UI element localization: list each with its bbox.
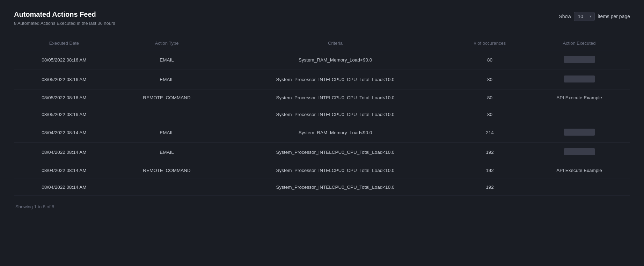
cell-action-executed <box>528 143 630 162</box>
showing-text: Showing 1 to 8 of 8 <box>15 204 54 209</box>
cell-executed-date: 08/04/2022 08:14 AM <box>14 143 114 162</box>
cell-action-type <box>114 179 219 196</box>
table-row: 08/04/2022 08:14 AMSystem_Processor_INTE… <box>14 179 630 196</box>
col-action-type: Action Type <box>114 36 219 50</box>
cell-executed-date: 08/05/2022 08:16 AM <box>14 70 114 89</box>
header-right: Show 10 25 50 100 items per page <box>559 12 630 21</box>
show-label: Show <box>559 14 571 19</box>
action-text: API Execute Example <box>556 168 602 173</box>
cell-occurrences: 192 <box>451 143 528 162</box>
table-header-row: Executed Date Action Type Criteria # of … <box>14 36 630 50</box>
cell-action-type: REMOTE_COMMAND <box>114 162 219 179</box>
per-page-select[interactable]: 10 25 50 100 <box>574 12 595 21</box>
cell-criteria: System_Processor_INTELCPU0_CPU_Total_Loa… <box>219 106 451 123</box>
cell-action-type: EMAIL <box>114 123 219 143</box>
cell-action-executed <box>528 123 630 143</box>
table-row: 08/05/2022 08:16 AMREMOTE_COMMANDSystem_… <box>14 89 630 106</box>
page-title: Automated Actions Feed <box>14 10 115 19</box>
cell-occurrences: 80 <box>451 70 528 89</box>
table-header: Executed Date Action Type Criteria # of … <box>14 36 630 50</box>
table-row: 08/04/2022 08:14 AMREMOTE_COMMANDSystem_… <box>14 162 630 179</box>
action-badge <box>564 129 595 136</box>
cell-criteria: System_RAM_Memory_Load<90.0 <box>219 123 451 143</box>
cell-executed-date: 08/04/2022 08:14 AM <box>14 123 114 143</box>
table-row: 08/05/2022 08:16 AMEMAILSystem_RAM_Memor… <box>14 50 630 70</box>
table-row: 08/05/2022 08:16 AMSystem_Processor_INTE… <box>14 106 630 123</box>
action-text: API Execute Example <box>556 95 602 100</box>
items-per-page-label: items per page <box>598 14 630 19</box>
cell-action-type: EMAIL <box>114 143 219 162</box>
action-badge <box>564 148 595 155</box>
table-row: 08/04/2022 08:14 AMEMAILSystem_RAM_Memor… <box>14 123 630 143</box>
cell-criteria: System_RAM_Memory_Load<90.0 <box>219 50 451 70</box>
cell-action-executed <box>528 50 630 70</box>
cell-occurrences: 80 <box>451 50 528 70</box>
cell-occurrences: 80 <box>451 89 528 106</box>
cell-action-executed: API Execute Example <box>528 162 630 179</box>
cell-criteria: System_Processor_INTELCPU0_CPU_Total_Loa… <box>219 162 451 179</box>
table-footer: Showing 1 to 8 of 8 <box>14 204 630 209</box>
cell-occurrences: 192 <box>451 179 528 196</box>
cell-criteria: System_Processor_INTELCPU0_CPU_Total_Loa… <box>219 70 451 89</box>
col-criteria: Criteria <box>219 36 451 50</box>
col-executed-date: Executed Date <box>14 36 114 50</box>
main-container: Automated Actions Feed 8 Automated Actio… <box>0 0 644 216</box>
table-row: 08/05/2022 08:16 AMEMAILSystem_Processor… <box>14 70 630 89</box>
cell-action-type <box>114 106 219 123</box>
page-subtitle: 8 Automated Actions Executed in the last… <box>14 21 115 26</box>
cell-action-executed: API Execute Example <box>528 89 630 106</box>
cell-occurrences: 80 <box>451 106 528 123</box>
cell-criteria: System_Processor_INTELCPU0_CPU_Total_Loa… <box>219 89 451 106</box>
header-left: Automated Actions Feed 8 Automated Actio… <box>14 10 115 26</box>
cell-occurrences: 192 <box>451 162 528 179</box>
cell-action-type: EMAIL <box>114 70 219 89</box>
cell-executed-date: 08/04/2022 08:14 AM <box>14 162 114 179</box>
cell-executed-date: 08/05/2022 08:16 AM <box>14 89 114 106</box>
cell-action-type: REMOTE_COMMAND <box>114 89 219 106</box>
cell-criteria: System_Processor_INTELCPU0_CPU_Total_Loa… <box>219 179 451 196</box>
cell-occurrences: 214 <box>451 123 528 143</box>
cell-action-type: EMAIL <box>114 50 219 70</box>
cell-action-executed <box>528 70 630 89</box>
col-occurrences: # of occurances <box>451 36 528 50</box>
cell-executed-date: 08/05/2022 08:16 AM <box>14 106 114 123</box>
actions-table: Executed Date Action Type Criteria # of … <box>14 36 630 196</box>
table-row: 08/04/2022 08:14 AMEMAILSystem_Processor… <box>14 143 630 162</box>
action-badge <box>564 56 595 63</box>
page-header: Automated Actions Feed 8 Automated Actio… <box>14 10 630 26</box>
cell-criteria: System_Processor_INTELCPU0_CPU_Total_Loa… <box>219 143 451 162</box>
table-body: 08/05/2022 08:16 AMEMAILSystem_RAM_Memor… <box>14 50 630 196</box>
per-page-select-wrapper[interactable]: 10 25 50 100 <box>574 12 595 21</box>
cell-executed-date: 08/04/2022 08:14 AM <box>14 179 114 196</box>
col-action-executed: Action Executed <box>528 36 630 50</box>
cell-executed-date: 08/05/2022 08:16 AM <box>14 50 114 70</box>
action-badge <box>564 76 595 82</box>
cell-action-executed <box>528 106 630 123</box>
cell-action-executed <box>528 179 630 196</box>
